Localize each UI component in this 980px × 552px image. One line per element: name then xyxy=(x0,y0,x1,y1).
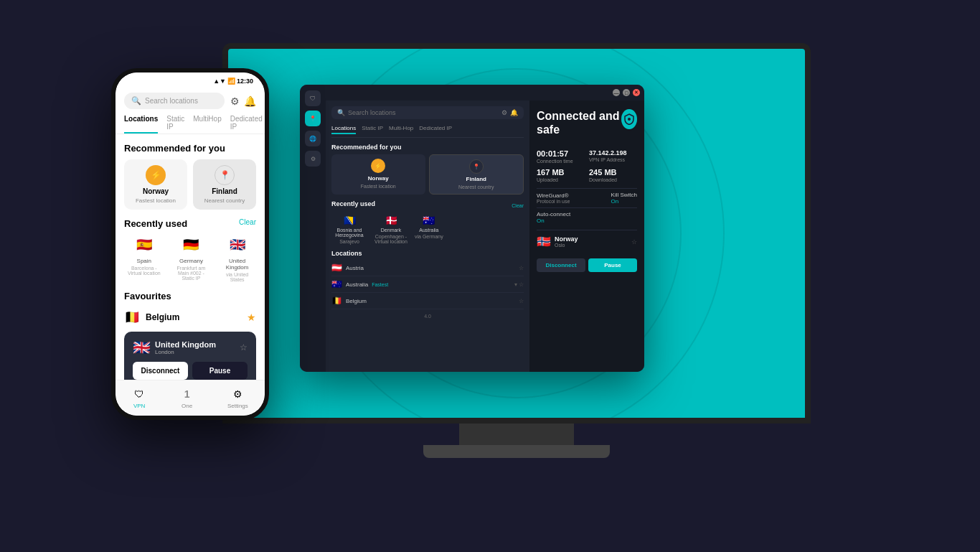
phone-nav-one[interactable]: 1 One xyxy=(180,387,194,409)
phone-btn-row: Disconnect Pause xyxy=(133,362,248,380)
recent-sub-bosnia: Sarajevo xyxy=(339,239,359,244)
phone-search-bar[interactable]: 🔍 Search locations xyxy=(124,93,225,109)
phone-connected-star[interactable]: ☆ xyxy=(240,342,248,352)
close-button[interactable]: ✕ xyxy=(633,89,640,96)
main-scene: 🛡 📍 🌐 ⚙ — □ ✕ xyxy=(0,0,980,552)
connected-buttons: Disconnect Pause xyxy=(537,258,637,272)
star-austria[interactable]: ☆ xyxy=(519,265,524,271)
recent-name-australia: Australia xyxy=(419,228,438,233)
phone-recent-spain[interactable]: 🇪🇸 Spain Barcelona - Virtual location xyxy=(124,233,164,282)
rec-card-finland[interactable]: 📍 Finland Nearest country xyxy=(429,154,524,195)
phone-clear-button[interactable]: Clear xyxy=(239,218,256,229)
phone-tab-static-ip[interactable]: Static IP xyxy=(166,112,184,134)
star-australia[interactable]: ▾ ☆ xyxy=(514,281,524,288)
connected-title: Connected and safe xyxy=(537,109,621,136)
sidebar-icon-location[interactable]: 📍 xyxy=(305,111,321,126)
search-icon: 🔍 xyxy=(337,109,345,116)
phone-nav-vpn[interactable]: 🛡 VPN xyxy=(132,387,146,409)
phone-rec-name-finland: Finland xyxy=(212,187,237,195)
phone-settings-icon[interactable]: ⚙ xyxy=(230,95,240,107)
phone-recent-flags: 🇪🇸 Spain Barcelona - Virtual location 🇩🇪… xyxy=(124,233,256,282)
phone-connected-name: United Kingdom xyxy=(155,340,216,349)
recent-item-bosnia[interactable]: 🇧🇦 Bosnia and Herzegovina Sarajevo xyxy=(331,215,367,244)
recent-sub-australia: via Germany xyxy=(415,234,443,239)
sidebar-icon-settings[interactable]: ⚙ xyxy=(305,151,321,167)
desktop-app-window: 🛡 📍 🌐 ⚙ — □ ✕ xyxy=(300,85,644,372)
tab-dedicated-ip[interactable]: Dedicated IP xyxy=(419,123,452,134)
pause-button[interactable]: Pause xyxy=(588,258,637,272)
phone-flag-sub-uk: via United States xyxy=(218,272,256,282)
phone-content: Recommended for you ⚡ Norway Fastest loc… xyxy=(116,139,265,380)
phone-tab-locations[interactable]: Locations xyxy=(124,112,158,134)
phone-rec-norway[interactable]: ⚡ Norway Fastest location xyxy=(124,159,187,210)
phone-flag-sub-germany: Frankfurt am Main #002 - Static IP xyxy=(171,266,212,281)
location-panel: 🔍 ⚙ 🔔 Locations Static IP Multi-Hop Ded xyxy=(326,100,529,372)
location-row-australia[interactable]: 🇦🇺 Australia Fastest ▾ ☆ xyxy=(331,276,524,293)
connected-panel: Connected and safe 0 xyxy=(529,100,644,372)
phone-nav-label-vpn: VPN xyxy=(133,403,145,409)
sidebar-icon-globe[interactable]: 🌐 xyxy=(305,131,321,146)
bell-icon[interactable]: 🔔 xyxy=(510,109,518,116)
star-belgium[interactable]: ☆ xyxy=(519,298,524,304)
phone-recommended-grid: ⚡ Norway Fastest location 📍 Finland Near… xyxy=(124,159,256,210)
desktop-titlebar: — □ ✕ xyxy=(326,85,644,100)
phone-recent-uk[interactable]: 🇬🇧 United Kingdom via United States xyxy=(218,233,256,282)
tab-locations[interactable]: Locations xyxy=(331,123,356,134)
time-display: 12:30 xyxy=(237,78,253,85)
auto-connect-label: Auto-connect xyxy=(537,211,570,217)
wireguard-row: WireGuard® Protocol in use Kill Switch O… xyxy=(537,188,637,207)
phone-disconnect-button[interactable]: Disconnect xyxy=(133,362,188,380)
phone-tab-multihop[interactable]: MultiHop xyxy=(193,112,221,134)
stat-vpn-ip: 37.142.2.198 VPN IP Address xyxy=(589,149,637,164)
location-star-connected[interactable]: ☆ xyxy=(631,238,637,245)
phone-nav-icon-one: 1 xyxy=(180,387,194,401)
connected-location-row: 🇳🇴 Norway Oslo ☆ xyxy=(537,230,637,253)
phone-bell-icon[interactable]: 🔔 xyxy=(244,95,256,107)
recent-item-denmark[interactable]: 🇩🇰 Denmark Copenhagen - Virtual location xyxy=(373,215,409,244)
rec-sub-finland: Nearest country xyxy=(458,184,494,190)
phone-recent-header: Recently used Clear xyxy=(124,218,256,229)
auto-connect-value: On xyxy=(537,217,570,224)
rec-icon-norway: ⚡ xyxy=(371,159,385,173)
location-row-belgium[interactable]: 🇧🇪 Belgium ☆ xyxy=(331,293,524,309)
rec-card-norway[interactable]: ⚡ Norway Fastest location xyxy=(331,154,425,195)
tab-multi-hop[interactable]: Multi-Hop xyxy=(389,123,413,134)
desktop-search-bar[interactable]: 🔍 ⚙ 🔔 xyxy=(331,106,524,119)
phone-pause-button[interactable]: Pause xyxy=(192,362,248,380)
stats-grid: 00:01:57 Connection time 37.142.2.198 VP… xyxy=(537,149,637,182)
phone-nav-settings[interactable]: ⚙ Settings xyxy=(227,387,248,409)
phone-search-text: Search locations xyxy=(145,97,198,105)
monitor-base xyxy=(423,445,610,458)
name-australia-list: Australia xyxy=(346,281,368,288)
settings-icon[interactable]: ⚙ xyxy=(501,109,507,116)
sidebar-icon-shield[interactable]: 🛡 xyxy=(305,90,321,106)
phone-statusbar: ▲▼ 📶 12:30 xyxy=(116,72,265,90)
rec-icon-finland: 📍 xyxy=(469,159,484,174)
tab-static-ip[interactable]: Static IP xyxy=(362,123,383,134)
phone-fav-belgium[interactable]: 🇧🇪 Belgium ★ xyxy=(124,306,256,329)
kill-switch-value: On xyxy=(611,198,637,205)
clear-button[interactable]: Clear xyxy=(512,203,524,208)
maximize-button[interactable]: □ xyxy=(623,89,630,96)
phone-tab-dedicated-ip[interactable]: Dedicated IP xyxy=(230,112,263,134)
name-belgium-list: Belgium xyxy=(346,298,367,304)
desktop-search-input[interactable] xyxy=(348,109,499,116)
minimize-button[interactable]: — xyxy=(613,89,620,96)
phone-flag-sub-spain: Barcelona - Virtual location xyxy=(124,266,164,276)
phone-recommended-title: Recommended for you xyxy=(124,143,256,154)
connection-time-label: Connection time xyxy=(537,159,585,164)
recent-item-australia[interactable]: 🇦🇺 Australia via Germany xyxy=(415,215,443,244)
phone-connected-top: 🇬🇧 United Kingdom London ☆ xyxy=(133,339,248,356)
monitor-stand xyxy=(459,424,574,445)
phone-device: ▲▼ 📶 12:30 🔍 Search locations ⚙ 🔔 Locati… xyxy=(111,68,269,420)
flag-denmark: 🇩🇰 xyxy=(385,215,397,226)
phone-rec-finland[interactable]: 📍 Finland Nearest country xyxy=(193,159,256,210)
connection-time-value: 00:01:57 xyxy=(537,149,585,158)
location-row-austria[interactable]: 🇦🇹 Austria ☆ xyxy=(331,260,524,276)
rec-name-finland: Finland xyxy=(466,176,486,182)
fav-star-belgium[interactable]: ★ xyxy=(247,312,256,323)
phone-recent-germany[interactable]: 🇩🇪 Germany Frankfurt am Main #002 - Stat… xyxy=(171,233,212,282)
disconnect-button[interactable]: Disconnect xyxy=(537,258,585,272)
flag-circle-spain: 🇪🇸 xyxy=(133,233,156,256)
monitor-screen: 🛡 📍 🌐 ⚙ — □ ✕ xyxy=(222,43,811,424)
